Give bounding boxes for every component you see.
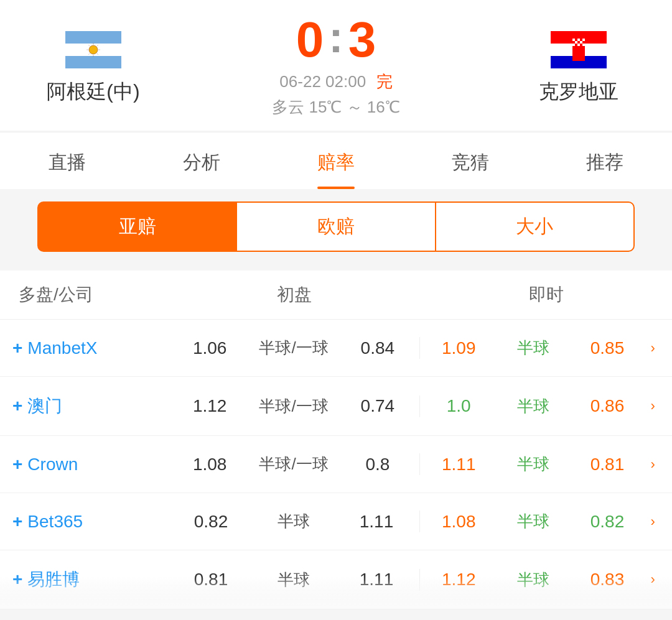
live-odds: 1.12 半球 0.83 › bbox=[420, 569, 672, 591]
initial-left: 1.08 bbox=[188, 455, 231, 474]
initial-mid: 半球 bbox=[263, 511, 325, 532]
svg-rect-18 bbox=[577, 39, 580, 41]
initial-left: 0.82 bbox=[189, 512, 233, 532]
live-odds: 1.09 半球 0.85 › bbox=[420, 337, 672, 359]
initial-odds: 1.06 半球/一球 0.84 bbox=[168, 337, 420, 359]
score-center: 0 : 3 06-22 02:00 完 多云 15℃ ～ 16℃ bbox=[174, 15, 498, 118]
company-cell[interactable]: + ManbetX bbox=[0, 338, 168, 358]
svg-rect-26 bbox=[572, 44, 575, 46]
live-mid: 半球 bbox=[502, 511, 564, 532]
live-mid: 半球 bbox=[502, 337, 564, 359]
plus-icon: + bbox=[12, 455, 22, 474]
company-cell[interactable]: + Crown bbox=[0, 455, 168, 474]
live-mid: 半球 bbox=[502, 453, 564, 475]
svg-rect-20 bbox=[582, 39, 585, 41]
arrow-icon: › bbox=[650, 514, 655, 530]
table-header: 多盘/公司 初盘 即时 bbox=[0, 271, 672, 320]
header-company: 多盘/公司 bbox=[0, 283, 168, 307]
table-row[interactable]: + Bet365 0.82 半球 1.11 1.08 半球 0.82 › bbox=[0, 493, 672, 550]
initial-odds: 0.81 半球 1.11 bbox=[168, 569, 420, 591]
table-row[interactable]: + Crown 1.08 半球/一球 0.8 1.11 半球 0.81 › bbox=[0, 436, 672, 493]
plus-icon: + bbox=[12, 396, 22, 416]
initial-right: 0.8 bbox=[356, 455, 399, 474]
argentina-logo bbox=[65, 27, 121, 72]
company-cell[interactable]: + 易胜博 bbox=[0, 568, 168, 591]
initial-right: 1.11 bbox=[355, 512, 398, 532]
team-left: 阿根廷(中) bbox=[12, 27, 174, 106]
svg-rect-24 bbox=[580, 41, 582, 44]
sub-tab-europe[interactable]: 欧赔 bbox=[237, 201, 434, 252]
croatia-logo bbox=[551, 27, 607, 72]
header-live: 即时 bbox=[420, 283, 672, 307]
company-name: 澳门 bbox=[27, 394, 62, 418]
svg-rect-19 bbox=[580, 39, 582, 41]
table-row[interactable]: + ManbetX 1.06 半球/一球 0.84 1.09 半球 0.85 › bbox=[0, 320, 672, 377]
live-left: 1.0 bbox=[437, 396, 480, 416]
company-cell[interactable]: + 澳门 bbox=[0, 394, 168, 418]
company-name: 易胜博 bbox=[27, 568, 80, 591]
tab-live[interactable]: 直播 bbox=[0, 132, 134, 189]
arrow-icon: › bbox=[650, 456, 655, 473]
plus-icon: + bbox=[12, 570, 22, 590]
company-name: ManbetX bbox=[27, 338, 97, 358]
tab-predict[interactable]: 竞猜 bbox=[403, 132, 538, 189]
initial-left: 0.81 bbox=[189, 570, 233, 590]
initial-right: 1.11 bbox=[355, 570, 398, 590]
plus-icon: + bbox=[12, 338, 22, 358]
score-left: 0 bbox=[296, 15, 324, 65]
live-mid: 半球 bbox=[502, 396, 564, 417]
initial-left: 1.06 bbox=[188, 338, 231, 358]
team-right: 克罗地亚 bbox=[498, 27, 660, 106]
match-weather: 多云 15℃ ～ 16℃ bbox=[272, 96, 400, 118]
header-initial: 初盘 bbox=[168, 283, 420, 307]
match-info: 06-22 02:00 完 多云 15℃ ～ 16℃ bbox=[272, 71, 400, 118]
tab-recommend[interactable]: 推荐 bbox=[538, 132, 672, 189]
live-left: 1.11 bbox=[437, 455, 480, 474]
initial-mid: 半球/一球 bbox=[259, 396, 328, 417]
live-right: 0.82 bbox=[586, 512, 629, 532]
svg-rect-25 bbox=[582, 41, 585, 44]
live-right: 0.81 bbox=[586, 455, 629, 474]
svg-rect-21 bbox=[572, 41, 575, 44]
odds-table: 多盘/公司 初盘 即时 + ManbetX 1.06 半球/一球 0.84 1.… bbox=[0, 271, 672, 609]
initial-odds: 0.82 半球 1.11 bbox=[168, 511, 420, 532]
team-right-name: 克罗地亚 bbox=[539, 78, 618, 106]
sub-tabs: 亚赔 欧赔 大小 bbox=[0, 189, 672, 264]
live-mid: 半球 bbox=[502, 569, 564, 591]
svg-rect-2 bbox=[65, 56, 121, 68]
svg-rect-28 bbox=[577, 44, 580, 46]
initial-odds: 1.12 半球/一球 0.74 bbox=[168, 396, 420, 417]
sub-tab-size[interactable]: 大小 bbox=[435, 201, 635, 252]
live-right: 0.83 bbox=[586, 570, 629, 590]
live-odds: 1.0 半球 0.86 › bbox=[420, 396, 672, 417]
live-left: 1.08 bbox=[437, 512, 480, 532]
score-right: 3 bbox=[348, 15, 376, 65]
initial-mid: 半球/一球 bbox=[259, 453, 328, 475]
live-left: 1.12 bbox=[437, 570, 480, 590]
team-left-name: 阿根廷(中) bbox=[47, 78, 139, 106]
initial-left: 1.12 bbox=[188, 396, 231, 416]
svg-rect-23 bbox=[577, 41, 580, 44]
live-odds: 1.08 半球 0.82 › bbox=[420, 511, 672, 532]
arrow-icon: › bbox=[650, 340, 655, 356]
live-left: 1.09 bbox=[437, 338, 480, 358]
company-cell[interactable]: + Bet365 bbox=[0, 512, 168, 532]
svg-rect-29 bbox=[580, 44, 582, 46]
initial-odds: 1.08 半球/一球 0.8 bbox=[168, 453, 420, 475]
tab-analysis[interactable]: 分析 bbox=[134, 132, 269, 189]
initial-mid: 半球/一球 bbox=[259, 337, 328, 359]
match-datetime: 06-22 02:00 bbox=[279, 72, 366, 91]
table-row[interactable]: + 澳门 1.12 半球/一球 0.74 1.0 半球 0.86 › bbox=[0, 377, 672, 436]
svg-rect-22 bbox=[575, 41, 577, 44]
live-right: 0.86 bbox=[586, 396, 629, 416]
score-colon: : bbox=[329, 16, 343, 59]
score-display: 0 : 3 bbox=[296, 15, 376, 65]
live-right: 0.85 bbox=[586, 338, 629, 358]
svg-rect-16 bbox=[572, 39, 575, 41]
table-row[interactable]: + 易胜博 0.81 半球 1.11 1.12 半球 0.83 › bbox=[0, 550, 672, 609]
svg-rect-27 bbox=[575, 44, 577, 46]
tab-odds[interactable]: 赔率 bbox=[269, 132, 403, 189]
initial-mid: 半球 bbox=[263, 569, 325, 591]
svg-rect-17 bbox=[575, 39, 577, 41]
sub-tab-asia[interactable]: 亚赔 bbox=[37, 201, 237, 252]
